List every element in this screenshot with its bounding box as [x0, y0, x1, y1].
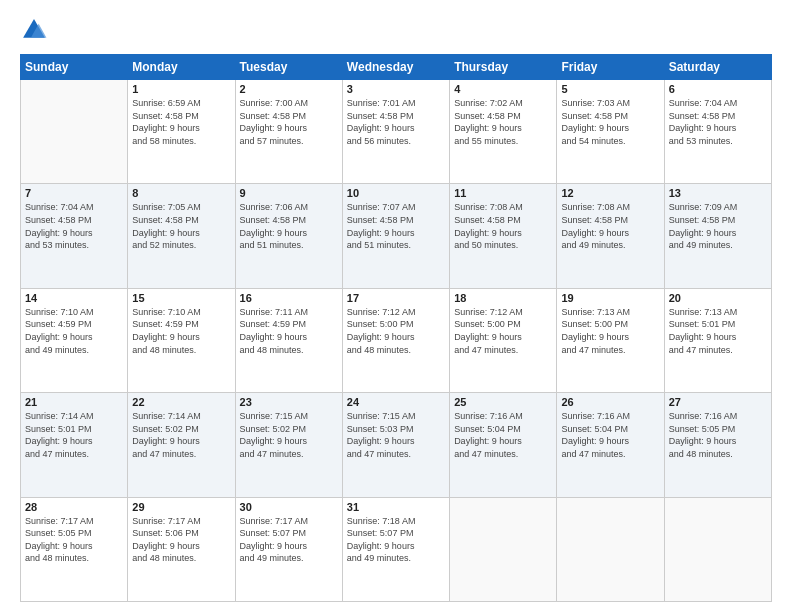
calendar-cell: [450, 497, 557, 601]
day-number: 30: [240, 501, 338, 513]
col-header-saturday: Saturday: [664, 55, 771, 80]
calendar-cell: 8Sunrise: 7:05 AM Sunset: 4:58 PM Daylig…: [128, 184, 235, 288]
calendar-cell: 30Sunrise: 7:17 AM Sunset: 5:07 PM Dayli…: [235, 497, 342, 601]
day-number: 10: [347, 187, 445, 199]
day-number: 13: [669, 187, 767, 199]
calendar-cell: [664, 497, 771, 601]
day-info: Sunrise: 7:00 AM Sunset: 4:58 PM Dayligh…: [240, 97, 338, 147]
calendar-cell: 31Sunrise: 7:18 AM Sunset: 5:07 PM Dayli…: [342, 497, 449, 601]
day-info: Sunrise: 7:17 AM Sunset: 5:06 PM Dayligh…: [132, 515, 230, 565]
page: SundayMondayTuesdayWednesdayThursdayFrid…: [0, 0, 792, 612]
calendar-cell: 3Sunrise: 7:01 AM Sunset: 4:58 PM Daylig…: [342, 80, 449, 184]
calendar-cell: 5Sunrise: 7:03 AM Sunset: 4:58 PM Daylig…: [557, 80, 664, 184]
calendar-cell: 6Sunrise: 7:04 AM Sunset: 4:58 PM Daylig…: [664, 80, 771, 184]
calendar-cell: 9Sunrise: 7:06 AM Sunset: 4:58 PM Daylig…: [235, 184, 342, 288]
day-number: 16: [240, 292, 338, 304]
calendar-cell: 18Sunrise: 7:12 AM Sunset: 5:00 PM Dayli…: [450, 288, 557, 392]
day-info: Sunrise: 7:13 AM Sunset: 5:00 PM Dayligh…: [561, 306, 659, 356]
day-info: Sunrise: 7:14 AM Sunset: 5:02 PM Dayligh…: [132, 410, 230, 460]
calendar-cell: 21Sunrise: 7:14 AM Sunset: 5:01 PM Dayli…: [21, 393, 128, 497]
col-header-thursday: Thursday: [450, 55, 557, 80]
day-number: 31: [347, 501, 445, 513]
day-info: Sunrise: 7:15 AM Sunset: 5:03 PM Dayligh…: [347, 410, 445, 460]
day-info: Sunrise: 7:12 AM Sunset: 5:00 PM Dayligh…: [454, 306, 552, 356]
calendar-cell: [21, 80, 128, 184]
calendar-week-2: 7Sunrise: 7:04 AM Sunset: 4:58 PM Daylig…: [21, 184, 772, 288]
calendar-cell: 4Sunrise: 7:02 AM Sunset: 4:58 PM Daylig…: [450, 80, 557, 184]
calendar-table: SundayMondayTuesdayWednesdayThursdayFrid…: [20, 54, 772, 602]
calendar-cell: 12Sunrise: 7:08 AM Sunset: 4:58 PM Dayli…: [557, 184, 664, 288]
day-info: Sunrise: 7:10 AM Sunset: 4:59 PM Dayligh…: [25, 306, 123, 356]
header: [20, 16, 772, 44]
calendar-week-3: 14Sunrise: 7:10 AM Sunset: 4:59 PM Dayli…: [21, 288, 772, 392]
calendar-cell: 26Sunrise: 7:16 AM Sunset: 5:04 PM Dayli…: [557, 393, 664, 497]
calendar-cell: 15Sunrise: 7:10 AM Sunset: 4:59 PM Dayli…: [128, 288, 235, 392]
day-info: Sunrise: 7:01 AM Sunset: 4:58 PM Dayligh…: [347, 97, 445, 147]
day-number: 21: [25, 396, 123, 408]
day-info: Sunrise: 7:04 AM Sunset: 4:58 PM Dayligh…: [669, 97, 767, 147]
day-number: 6: [669, 83, 767, 95]
calendar-header-row: SundayMondayTuesdayWednesdayThursdayFrid…: [21, 55, 772, 80]
day-number: 20: [669, 292, 767, 304]
day-number: 17: [347, 292, 445, 304]
day-info: Sunrise: 7:14 AM Sunset: 5:01 PM Dayligh…: [25, 410, 123, 460]
col-header-sunday: Sunday: [21, 55, 128, 80]
day-info: Sunrise: 7:15 AM Sunset: 5:02 PM Dayligh…: [240, 410, 338, 460]
day-number: 19: [561, 292, 659, 304]
col-header-tuesday: Tuesday: [235, 55, 342, 80]
day-number: 15: [132, 292, 230, 304]
day-number: 29: [132, 501, 230, 513]
day-number: 7: [25, 187, 123, 199]
calendar-cell: 29Sunrise: 7:17 AM Sunset: 5:06 PM Dayli…: [128, 497, 235, 601]
day-info: Sunrise: 7:17 AM Sunset: 5:07 PM Dayligh…: [240, 515, 338, 565]
day-number: 28: [25, 501, 123, 513]
day-info: Sunrise: 7:18 AM Sunset: 5:07 PM Dayligh…: [347, 515, 445, 565]
calendar-cell: 13Sunrise: 7:09 AM Sunset: 4:58 PM Dayli…: [664, 184, 771, 288]
day-info: Sunrise: 7:05 AM Sunset: 4:58 PM Dayligh…: [132, 201, 230, 251]
calendar-cell: 14Sunrise: 7:10 AM Sunset: 4:59 PM Dayli…: [21, 288, 128, 392]
logo-icon: [20, 16, 48, 44]
calendar-cell: [557, 497, 664, 601]
day-info: Sunrise: 7:10 AM Sunset: 4:59 PM Dayligh…: [132, 306, 230, 356]
calendar-cell: 23Sunrise: 7:15 AM Sunset: 5:02 PM Dayli…: [235, 393, 342, 497]
calendar-cell: 1Sunrise: 6:59 AM Sunset: 4:58 PM Daylig…: [128, 80, 235, 184]
day-number: 12: [561, 187, 659, 199]
day-number: 25: [454, 396, 552, 408]
day-info: Sunrise: 7:11 AM Sunset: 4:59 PM Dayligh…: [240, 306, 338, 356]
day-number: 24: [347, 396, 445, 408]
calendar-cell: 10Sunrise: 7:07 AM Sunset: 4:58 PM Dayli…: [342, 184, 449, 288]
day-info: Sunrise: 7:04 AM Sunset: 4:58 PM Dayligh…: [25, 201, 123, 251]
day-info: Sunrise: 7:16 AM Sunset: 5:05 PM Dayligh…: [669, 410, 767, 460]
day-info: Sunrise: 6:59 AM Sunset: 4:58 PM Dayligh…: [132, 97, 230, 147]
calendar-cell: 22Sunrise: 7:14 AM Sunset: 5:02 PM Dayli…: [128, 393, 235, 497]
day-info: Sunrise: 7:08 AM Sunset: 4:58 PM Dayligh…: [454, 201, 552, 251]
day-info: Sunrise: 7:02 AM Sunset: 4:58 PM Dayligh…: [454, 97, 552, 147]
day-info: Sunrise: 7:07 AM Sunset: 4:58 PM Dayligh…: [347, 201, 445, 251]
day-number: 3: [347, 83, 445, 95]
col-header-friday: Friday: [557, 55, 664, 80]
calendar-cell: 27Sunrise: 7:16 AM Sunset: 5:05 PM Dayli…: [664, 393, 771, 497]
day-number: 5: [561, 83, 659, 95]
calendar-week-5: 28Sunrise: 7:17 AM Sunset: 5:05 PM Dayli…: [21, 497, 772, 601]
calendar-cell: 11Sunrise: 7:08 AM Sunset: 4:58 PM Dayli…: [450, 184, 557, 288]
calendar-week-1: 1Sunrise: 6:59 AM Sunset: 4:58 PM Daylig…: [21, 80, 772, 184]
day-number: 26: [561, 396, 659, 408]
day-number: 22: [132, 396, 230, 408]
calendar-cell: 7Sunrise: 7:04 AM Sunset: 4:58 PM Daylig…: [21, 184, 128, 288]
day-number: 9: [240, 187, 338, 199]
calendar-cell: 16Sunrise: 7:11 AM Sunset: 4:59 PM Dayli…: [235, 288, 342, 392]
day-number: 2: [240, 83, 338, 95]
calendar-cell: 2Sunrise: 7:00 AM Sunset: 4:58 PM Daylig…: [235, 80, 342, 184]
day-number: 18: [454, 292, 552, 304]
calendar-cell: 17Sunrise: 7:12 AM Sunset: 5:00 PM Dayli…: [342, 288, 449, 392]
day-number: 8: [132, 187, 230, 199]
day-info: Sunrise: 7:06 AM Sunset: 4:58 PM Dayligh…: [240, 201, 338, 251]
day-info: Sunrise: 7:03 AM Sunset: 4:58 PM Dayligh…: [561, 97, 659, 147]
logo: [20, 16, 52, 44]
day-info: Sunrise: 7:16 AM Sunset: 5:04 PM Dayligh…: [454, 410, 552, 460]
day-info: Sunrise: 7:09 AM Sunset: 4:58 PM Dayligh…: [669, 201, 767, 251]
col-header-wednesday: Wednesday: [342, 55, 449, 80]
day-info: Sunrise: 7:08 AM Sunset: 4:58 PM Dayligh…: [561, 201, 659, 251]
day-info: Sunrise: 7:17 AM Sunset: 5:05 PM Dayligh…: [25, 515, 123, 565]
day-number: 11: [454, 187, 552, 199]
